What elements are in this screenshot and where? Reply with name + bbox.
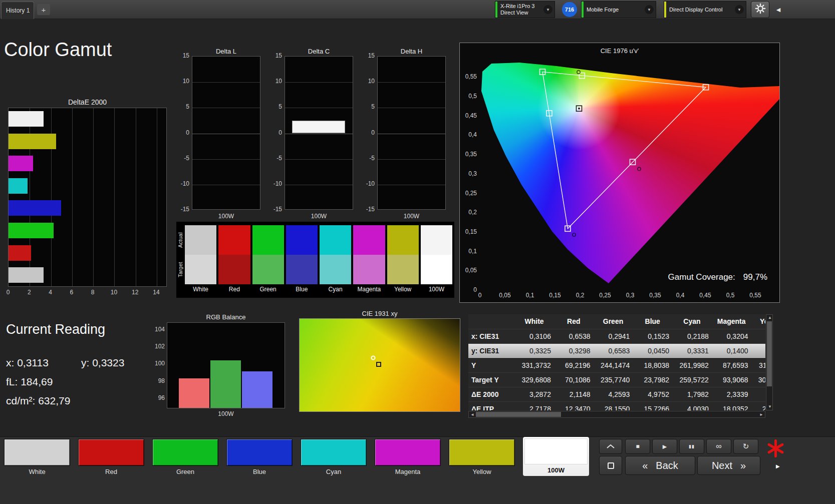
display-control-selector[interactable]: Direct Display Control ▼ <box>664 1 746 18</box>
axis-tick-label: 0 <box>478 292 482 299</box>
gridline <box>285 185 353 185</box>
axis-tick-label: 0,2 <box>576 292 585 299</box>
chevron-down-icon[interactable]: ▼ <box>645 5 654 14</box>
back-button[interactable]: « Back <box>625 456 695 475</box>
table-cell: 0,3204 <box>712 329 751 343</box>
patch-label: Green <box>152 468 218 475</box>
color-patch-green[interactable]: Green <box>152 439 218 476</box>
next-button[interactable]: Next » <box>697 456 760 475</box>
target-color <box>320 255 351 284</box>
color-patch-blue[interactable]: Blue <box>226 439 293 476</box>
target-row-label: Target <box>177 255 184 284</box>
table-cell: 3,2872 <box>514 387 554 401</box>
gridline <box>378 185 445 185</box>
pause-button[interactable]: ▮▮ <box>679 439 704 454</box>
table-cell: 0,3325 <box>514 343 554 358</box>
axis-tick-label: -5 <box>268 155 282 162</box>
add-tab-button[interactable]: + <box>37 4 50 15</box>
scrollbar-thumb[interactable] <box>476 412 561 417</box>
table-cell: 0,2188 <box>672 329 712 343</box>
scroll-right-icon[interactable]: ► <box>759 412 763 418</box>
patch-color <box>78 439 144 466</box>
deltae-bar-100w <box>9 267 44 283</box>
axis-tick-label: 0,55 <box>749 292 761 299</box>
color-patch-yellow[interactable]: Yellow <box>449 439 515 476</box>
axis-tick-label: 14 <box>153 289 159 296</box>
column-header <box>468 314 514 329</box>
gridline <box>285 108 353 108</box>
scrollbar-thumb[interactable] <box>767 321 772 386</box>
table-cell: 331,3732 <box>514 358 554 372</box>
collapse-panel-button[interactable]: ◀ <box>772 1 784 18</box>
target-color <box>185 255 216 284</box>
color-patch-red[interactable]: Red <box>78 439 144 476</box>
delta-c-plot <box>285 56 353 210</box>
reading-x: x: 0,3113 <box>6 357 49 369</box>
axis-tick-label: 10 <box>268 78 282 85</box>
column-header: Blue <box>633 314 672 329</box>
collapse-toolbar-button[interactable] <box>599 439 622 454</box>
axis-tick-label: 10 <box>175 78 189 85</box>
settings-button[interactable] <box>751 1 769 18</box>
meter-selector[interactable]: X-Rite i1Pro 3 Direct View ▼ <box>495 1 555 18</box>
deltae-bar-green <box>9 223 54 238</box>
actual-color <box>320 225 351 255</box>
delta-c-x-label: 100W <box>285 213 353 220</box>
axis-tick-label: -15 <box>361 206 375 213</box>
color-patch-white[interactable]: White <box>4 439 70 476</box>
axis-tick-label: 10 <box>361 78 375 85</box>
patch-toolbar: « Back Next » ▶ WhiteRedGreenBlueCyanMag… <box>0 436 835 504</box>
table-cell: 4,2593 <box>594 387 633 401</box>
expand-triangle-icon[interactable]: ▶ <box>776 463 780 469</box>
table-row[interactable]: x: CIE310,31060,65380,29410,15230,21880,… <box>468 329 765 343</box>
target-marker <box>376 362 381 367</box>
source-selector[interactable]: Mobile Forge ▼ <box>581 1 656 18</box>
deltae2000-chart-title: DeltaE 2000 <box>8 98 167 106</box>
axis-tick-label: -15 <box>268 206 282 213</box>
axis-tick-label: -15 <box>175 206 189 213</box>
color-patch-cyan[interactable]: Cyan <box>301 439 367 476</box>
rgb-balance-x-label: 100W <box>167 410 285 417</box>
axis-tick-label: -5 <box>175 155 189 162</box>
stop-button[interactable]: ■ <box>625 439 650 454</box>
axis-tick-label: -10 <box>268 180 282 187</box>
color-patch-magenta[interactable]: Magenta <box>375 439 441 476</box>
swatch-label: Red <box>218 286 250 293</box>
single-patch-view-button[interactable] <box>599 456 622 475</box>
table-vertical-scrollbar[interactable]: ▲ ▼ <box>766 314 773 410</box>
table-cell: 18,8038 <box>633 358 672 372</box>
gridline <box>136 108 136 286</box>
gridline <box>378 159 445 160</box>
table-row[interactable]: y: CIE310,33250,32980,65830,04500,33310,… <box>468 343 765 358</box>
patch-swatch-green <box>252 225 284 284</box>
deltae2000-chart <box>8 108 167 287</box>
table-cell: 2,7178 <box>514 401 554 410</box>
axis-tick-label: 8 <box>91 289 95 296</box>
actual-color <box>353 225 385 255</box>
color-patch-100w[interactable]: 100W <box>523 437 589 476</box>
chevron-down-icon[interactable]: ▼ <box>735 5 744 14</box>
continuous-button[interactable]: ∞ <box>706 439 731 454</box>
scroll-down-icon[interactable]: ▼ <box>768 404 772 410</box>
axis-tick-label: 0,25 <box>461 190 477 197</box>
scroll-left-icon[interactable]: ◄ <box>470 412 474 418</box>
scroll-up-icon[interactable]: ▲ <box>768 315 772 321</box>
table-row[interactable]: Target Y329,680870,1086235,774023,798225… <box>468 372 765 387</box>
rgb-bar-red <box>179 378 209 408</box>
play-button[interactable]: ▶ <box>652 439 677 454</box>
repeat-button[interactable]: ↻ <box>733 439 758 454</box>
axis-tick-label: 0,15 <box>549 292 561 299</box>
table-horizontal-scrollbar[interactable]: ◄ ► <box>468 411 765 418</box>
swatch-label-row: WhiteRedGreenBlueCyanMagentaYellow100W <box>185 286 452 293</box>
table-row[interactable]: Y331,373269,2196244,147418,8038261,99828… <box>468 358 765 372</box>
axis-tick-label: 100 <box>152 360 165 367</box>
table-cell: 26,6460 <box>751 401 765 410</box>
chevron-down-icon[interactable]: ▼ <box>543 5 552 14</box>
table-row[interactable]: ΔE ITP2,717812,347028,155015,72664,00301… <box>468 401 765 410</box>
table-row[interactable]: ΔE 20003,28722,11484,25934,97521,79822,3… <box>468 387 765 401</box>
rgb-balance-chart: RGB Balance 100W 1041021009896 <box>152 313 287 419</box>
table-cell: 244,1474 <box>594 358 633 372</box>
gridline <box>285 159 353 160</box>
history-tab[interactable]: History 1 <box>1 2 34 19</box>
table-cell: 28,1550 <box>594 401 633 410</box>
